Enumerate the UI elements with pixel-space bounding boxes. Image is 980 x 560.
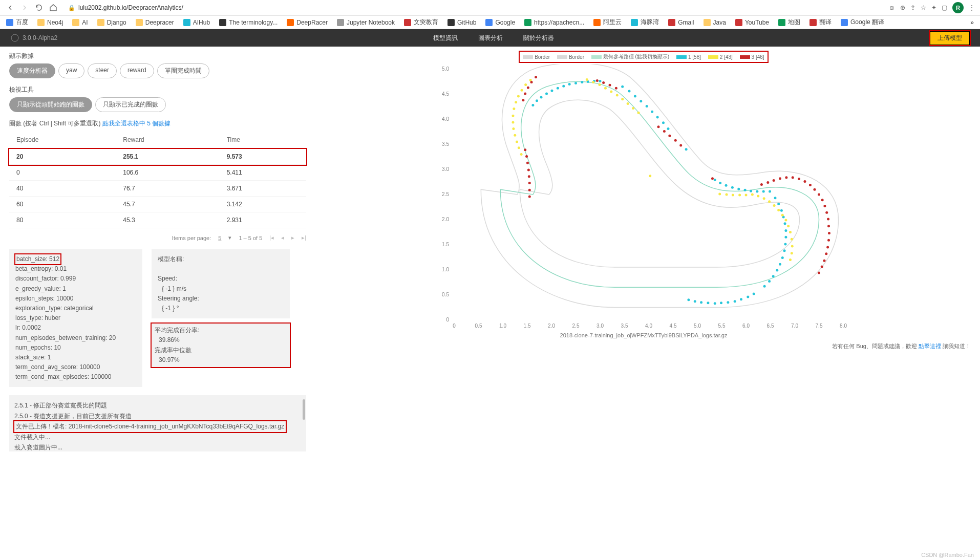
- table-row[interactable]: 20255.19.573: [9, 149, 306, 165]
- svg-point-73: [776, 269, 778, 271]
- bookmark-item[interactable]: YouTube: [735, 19, 769, 26]
- legend-item[interactable]: Border: [557, 54, 584, 60]
- bookmark-item[interactable]: The terminology...: [219, 19, 278, 26]
- pager-next[interactable]: ▸: [291, 234, 294, 241]
- share-icon[interactable]: ⇪: [910, 4, 915, 11]
- nav-tab[interactable]: 圖表分析: [478, 34, 503, 42]
- mode-button[interactable]: yaw: [58, 63, 84, 78]
- pager-arrow-icon[interactable]: ▾: [228, 234, 231, 241]
- bookmark-item[interactable]: 文突教育: [404, 18, 438, 27]
- bookmark-item[interactable]: Java: [704, 19, 726, 26]
- svg-point-96: [515, 101, 517, 103]
- hyperparam-line: loss_type: huber: [15, 313, 136, 323]
- table-row[interactable]: 0106.65.411: [9, 165, 306, 181]
- star-icon[interactable]: ☆: [921, 4, 926, 11]
- favicon-icon: [735, 19, 742, 26]
- scrollbar-thumb[interactable]: [303, 399, 305, 420]
- svg-point-149: [663, 130, 666, 133]
- table-header[interactable]: Time: [220, 131, 306, 149]
- svg-point-81: [727, 301, 729, 304]
- pager-prev[interactable]: ◂: [281, 234, 284, 241]
- svg-point-161: [803, 180, 806, 183]
- hyperparams-card: batch_size: 512beta_entropy: 0.01discoun…: [9, 249, 142, 387]
- nav-tab[interactable]: 關於分析器: [523, 34, 554, 42]
- back-button[interactable]: [5, 3, 15, 13]
- home-button[interactable]: [48, 3, 58, 13]
- pager-last[interactable]: ▸|: [302, 234, 306, 241]
- svg-point-33: [550, 90, 553, 92]
- svg-point-134: [528, 175, 530, 178]
- bookmark-item[interactable]: 阿里云: [593, 18, 622, 27]
- bookmark-item[interactable]: 翻译: [809, 18, 832, 27]
- bookmark-item[interactable]: Gmail: [668, 19, 694, 26]
- pager-size[interactable]: 5: [218, 235, 221, 241]
- legend-item[interactable]: 3 [46]: [740, 54, 764, 60]
- reload-button[interactable]: [34, 3, 44, 13]
- bookmark-item[interactable]: 海豚湾: [631, 18, 659, 27]
- mode-button[interactable]: 速度分析器: [9, 63, 55, 78]
- svg-point-146: [609, 84, 611, 87]
- svg-point-157: [779, 177, 781, 180]
- svg-point-57: [744, 189, 747, 191]
- table-header[interactable]: Reward: [116, 131, 219, 149]
- table-row[interactable]: 4076.73.671: [9, 181, 306, 197]
- legend-item[interactable]: 幾何參考路徑 (點我切換顯示): [591, 53, 669, 60]
- bookmark-item[interactable]: Django: [97, 19, 126, 26]
- svg-point-45: [640, 100, 642, 102]
- svg-point-52: [714, 179, 716, 181]
- upload-model-button[interactable]: 上傳模型: [930, 31, 970, 45]
- table-row[interactable]: 8045.32.931: [9, 212, 306, 228]
- inspect-button[interactable]: 只顯示從頭開始跑的圈數: [9, 97, 92, 112]
- svg-text:5.0: 5.0: [694, 323, 701, 329]
- pager-first[interactable]: |◂: [269, 234, 274, 241]
- menu-icon[interactable]: ⋮: [969, 4, 975, 11]
- legend-item[interactable]: 2 [43]: [708, 54, 733, 60]
- svg-point-151: [674, 139, 677, 142]
- svg-point-148: [657, 125, 660, 128]
- bug-report-link[interactable]: 點擊這裡: [919, 343, 941, 349]
- bookmark-item[interactable]: GitHub: [448, 19, 476, 26]
- bookmark-item[interactable]: AI: [72, 19, 88, 26]
- mode-button[interactable]: steer: [88, 63, 117, 78]
- legend-item[interactable]: Border: [523, 54, 550, 60]
- bookmark-item[interactable]: https://apachecn...: [524, 19, 584, 26]
- favicon-icon: [404, 19, 411, 26]
- svg-point-93: [512, 121, 514, 123]
- bookmark-item[interactable]: Google: [485, 19, 515, 26]
- url-bar[interactable]: 🔒 lulu2002.github.io/DeepracerAnalytics/: [62, 3, 885, 13]
- legend-item[interactable]: 1 [58]: [676, 54, 701, 60]
- mode-button[interactable]: reward: [120, 63, 154, 78]
- bookmark-item[interactable]: AIHub: [183, 19, 210, 26]
- bookmark-item[interactable]: Deepracer: [136, 19, 174, 26]
- inspect-button[interactable]: 只顯示已完成的圈數: [95, 97, 166, 112]
- svg-point-37: [574, 82, 577, 84]
- bookmarks-overflow-icon[interactable]: »: [970, 19, 974, 26]
- forward-button[interactable]: [19, 3, 30, 13]
- zoom-icon[interactable]: ⊕: [900, 4, 905, 11]
- table-header[interactable]: Episode: [9, 131, 116, 149]
- bookmark-item[interactable]: Jupyter Notebook: [337, 19, 395, 26]
- svg-point-58: [750, 190, 752, 192]
- svg-text:0.5: 0.5: [475, 323, 482, 329]
- profile-avatar[interactable]: R: [952, 2, 964, 13]
- bookmark-item[interactable]: 百度: [6, 18, 28, 27]
- hyperparam-line: term_cond_max_episodes: 100000: [15, 372, 136, 382]
- extensions-icon[interactable]: ✦: [931, 4, 936, 11]
- bookmark-item[interactable]: DeepRacer: [287, 19, 328, 26]
- bookmark-item[interactable]: 地图: [778, 18, 800, 27]
- select-all-link[interactable]: 點我全選表格中 5 個數據: [102, 120, 171, 127]
- bookmark-item[interactable]: Google 翻译: [841, 18, 884, 27]
- bookmark-item[interactable]: Neo4j: [37, 19, 63, 26]
- svg-text:1.0: 1.0: [499, 323, 506, 329]
- mode-button[interactable]: 單圈完成時間: [157, 63, 209, 78]
- chart-legend[interactable]: Border Border 幾何參考路徑 (點我切換顯示) 1 [58] 2 […: [520, 52, 767, 62]
- svg-point-34: [557, 87, 559, 90]
- translate-icon[interactable]: ⦻: [889, 4, 895, 11]
- svg-point-98: [521, 89, 523, 92]
- table-row[interactable]: 6045.73.142: [9, 197, 306, 212]
- svg-point-38: [581, 81, 583, 83]
- favicon-icon: [219, 19, 226, 26]
- panel-icon[interactable]: ▢: [942, 4, 947, 11]
- nav-tab[interactable]: 模型資訊: [433, 34, 458, 42]
- svg-point-51: [685, 148, 688, 150]
